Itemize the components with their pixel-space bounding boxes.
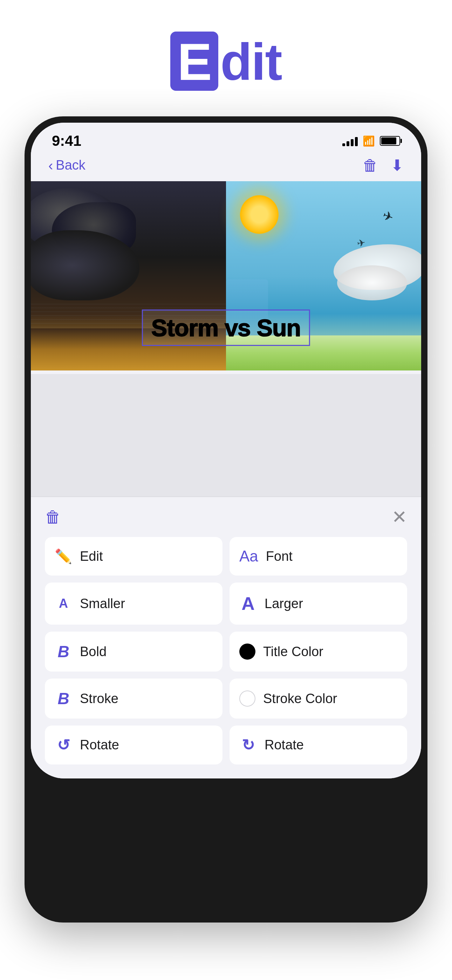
title-box: Storm vs Sun xyxy=(142,310,310,346)
logo-area: Edit xyxy=(170,32,282,92)
status-time: 9:41 xyxy=(52,132,81,149)
nav-bar: ‹ Back 🗑 ⬇ xyxy=(31,153,421,181)
title-text: Storm vs Sun xyxy=(151,314,301,341)
battery-icon xyxy=(380,136,400,146)
menu-item-larger[interactable]: A Larger xyxy=(229,582,407,625)
menu-item-bold[interactable]: B Bold xyxy=(45,632,223,671)
stroke-icon: B xyxy=(55,689,72,708)
context-panel-header: 🗑 ✕ xyxy=(45,508,407,527)
menu-item-stroke[interactable]: B Stroke xyxy=(45,679,223,719)
font-label: Font xyxy=(266,549,293,564)
larger-label: Larger xyxy=(264,596,303,611)
app-logo: Edit xyxy=(170,32,282,92)
edit-label: Edit xyxy=(80,549,103,564)
menu-item-title-color[interactable]: Title Color xyxy=(229,632,407,671)
context-menu-panel: 🗑 ✕ ✏️ Edit Aa Font A Smaller xyxy=(31,497,421,778)
font-icon: Aa xyxy=(239,547,258,565)
pencil-icon: ✏️ xyxy=(55,548,72,565)
chevron-left-icon: ‹ xyxy=(48,158,53,172)
bold-label: Bold xyxy=(80,644,107,659)
sun-element xyxy=(240,195,279,234)
logo-rest-letters: dit xyxy=(220,33,282,91)
trash-icon[interactable]: 🗑 xyxy=(363,157,378,174)
title-overlay[interactable]: Storm vs Sun xyxy=(142,310,310,346)
menu-item-rotate-right[interactable]: ↻ Rotate xyxy=(229,725,407,764)
menu-item-stroke-color[interactable]: Stroke Color xyxy=(229,679,407,719)
context-trash-button[interactable]: 🗑 xyxy=(45,508,61,527)
phone-screen: 9:41 📶 ‹ Back xyxy=(31,123,421,778)
context-close-button[interactable]: ✕ xyxy=(392,508,407,526)
wifi-icon: 📶 xyxy=(363,135,375,147)
back-label: Back xyxy=(56,158,85,173)
canvas-area: ✈ ✈ Storm vs Sun xyxy=(31,181,421,374)
smaller-a-icon: A xyxy=(55,596,72,611)
menu-item-smaller[interactable]: A Smaller xyxy=(45,582,223,625)
bold-icon: B xyxy=(55,642,72,661)
larger-a-icon: A xyxy=(239,593,257,614)
stroke-color-label: Stroke Color xyxy=(263,691,337,706)
download-icon[interactable]: ⬇ xyxy=(391,156,404,174)
rotate-left-label: Rotate xyxy=(80,737,119,752)
back-button[interactable]: ‹ Back xyxy=(48,158,86,173)
bottom-panel-space xyxy=(31,374,421,497)
stroke-label: Stroke xyxy=(80,691,118,706)
menu-item-edit[interactable]: ✏️ Edit xyxy=(45,537,223,576)
signal-icon xyxy=(342,136,358,146)
menu-item-font[interactable]: Aa Font xyxy=(229,537,407,576)
rotate-left-icon: ↺ xyxy=(55,736,72,754)
stroke-color-dot xyxy=(239,690,255,706)
logo-e-letter: E xyxy=(170,32,218,91)
status-icons: 📶 xyxy=(342,135,400,147)
menu-item-rotate-left[interactable]: ↺ Rotate xyxy=(45,725,223,764)
rotate-right-icon: ↻ xyxy=(239,736,257,754)
title-color-dot xyxy=(239,644,255,660)
status-bar: 9:41 📶 xyxy=(31,123,421,153)
thumbnail-image[interactable]: ✈ ✈ Storm vs Sun xyxy=(31,181,421,371)
smaller-label: Smaller xyxy=(80,596,125,611)
title-color-label: Title Color xyxy=(263,644,323,659)
nav-actions: 🗑 ⬇ xyxy=(363,156,404,174)
phone-frame: 9:41 📶 ‹ Back xyxy=(24,116,428,923)
menu-grid: ✏️ Edit Aa Font A Smaller A Larger xyxy=(45,537,407,764)
rotate-right-label: Rotate xyxy=(264,737,304,752)
